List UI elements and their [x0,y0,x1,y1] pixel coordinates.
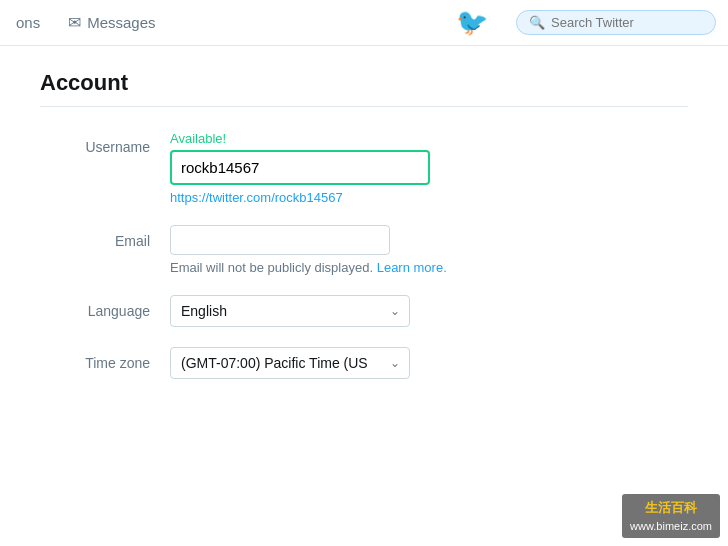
language-select[interactable]: English Spanish French German Japanese [170,295,410,327]
search-box[interactable]: 🔍 [516,10,716,35]
email-row: Email Email will not be publicly display… [40,225,688,275]
username-row: Username Available! https://twitter.com/… [40,131,688,205]
messages-label: Messages [87,14,155,31]
email-label: Email [40,225,170,249]
search-input[interactable] [551,15,691,30]
email-note: Email will not be publicly displayed. Le… [170,260,510,275]
username-control-wrap: Available! https://twitter.com/rockb1456… [170,131,510,205]
topbar-nav: ons ✉ Messages [12,13,428,32]
learn-more-link[interactable]: Learn more. [377,260,447,275]
email-control-wrap: Email will not be publicly displayed. Le… [170,225,510,275]
language-row: Language English Spanish French German J… [40,295,688,327]
nav-item-messages[interactable]: ✉ Messages [64,13,159,32]
username-input-wrap [170,150,430,185]
account-title: Account [40,70,688,107]
topbar: ons ✉ Messages 🐦 🔍 [0,0,728,46]
messages-icon: ✉ [68,13,81,32]
notifications-label: ons [16,14,40,31]
available-text: Available! [170,131,510,146]
timezone-control-wrap: (GMT-07:00) Pacific Time (US (GMT-05:00)… [170,347,510,379]
watermark: 生活百科 www.bimeiz.com [622,494,720,538]
username-label: Username [40,131,170,155]
timezone-row: Time zone (GMT-07:00) Pacific Time (US (… [40,347,688,379]
twitter-bird-icon: 🐦 [456,7,488,38]
timezone-select[interactable]: (GMT-07:00) Pacific Time (US (GMT-05:00)… [170,347,410,379]
language-label: Language [40,295,170,319]
timezone-select-wrap: (GMT-07:00) Pacific Time (US (GMT-05:00)… [170,347,410,379]
search-icon: 🔍 [529,15,545,30]
language-select-wrap: English Spanish French German Japanese ⌄ [170,295,410,327]
twitter-url-link[interactable]: https://twitter.com/rockb14567 [170,190,510,205]
email-input[interactable] [170,225,390,255]
timezone-label: Time zone [40,347,170,371]
nav-item-notifications[interactable]: ons [12,14,44,31]
account-section: Account Username Available! https://twit… [0,46,728,546]
username-input[interactable] [173,153,427,182]
language-control-wrap: English Spanish French German Japanese ⌄ [170,295,510,327]
